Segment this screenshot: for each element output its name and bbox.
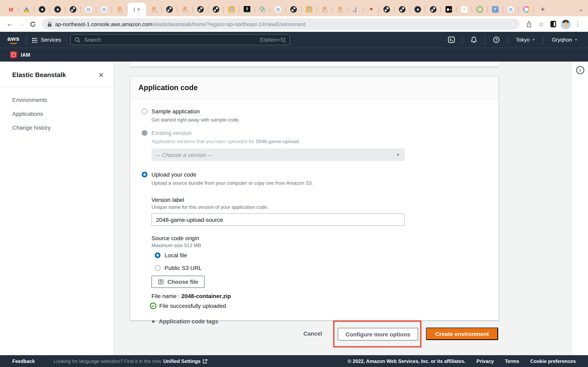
help-button[interactable]: ? [490, 36, 502, 43]
account-menu[interactable]: Gryqhon ▼ [548, 37, 581, 43]
pinned-tab[interactable] [394, 2, 410, 16]
feedback-button[interactable]: Feedback [12, 358, 35, 364]
info-icon[interactable]: i [576, 66, 584, 74]
divider [507, 35, 508, 44]
bell-icon [470, 36, 477, 43]
version-select: -- Choose a version -- ▼ [151, 149, 405, 161]
check-circle-icon: ✓ [150, 303, 156, 309]
choose-file-button[interactable]: Choose file [151, 276, 205, 288]
bookmark-star-button[interactable]: ☆ [535, 18, 547, 30]
pinned-tab[interactable] [193, 2, 208, 16]
active-tab[interactable]: (× [127, 2, 146, 16]
pinned-tab[interactable] [472, 2, 488, 16]
pinned-tab[interactable] [317, 2, 332, 16]
sidebar-item-change-history[interactable]: Change history [0, 121, 114, 134]
pinned-tab[interactable] [208, 2, 224, 16]
pinned-tab[interactable] [224, 2, 239, 16]
share-button[interactable] [523, 18, 535, 30]
pinned-tab[interactable]: G [81, 2, 96, 16]
application-code-tags-toggle[interactable]: ▶ Application code tags [152, 318, 487, 325]
pinned-tab[interactable] [410, 2, 425, 16]
globe-icon [166, 6, 173, 13]
pinned-tab[interactable] [177, 2, 193, 16]
address-bar[interactable]: ap-northeast-1.console.aws.amazon.com/el… [42, 18, 519, 30]
url-text: ap-northeast-1.console.aws.amazon.com/el… [55, 21, 305, 27]
pinned-tab[interactable] [19, 2, 34, 16]
upload-your-code-label: Upload your code [151, 171, 196, 178]
sidebar-title: Elastic Beanstalk [12, 71, 66, 79]
rings-icon [259, 6, 266, 13]
footer-right: © 2022, Amazon Web Services, Inc. or its… [348, 358, 576, 364]
pinned-tab[interactable]: ϒ [488, 2, 503, 16]
new-tab-button[interactable]: + [537, 4, 548, 15]
profile-avatar[interactable] [559, 18, 572, 30]
services-menu-button[interactable]: Services [31, 37, 61, 43]
privacy-link[interactable]: Privacy [476, 358, 494, 364]
pinned-tab[interactable] [255, 2, 270, 16]
terms-link[interactable]: Terms [505, 358, 519, 364]
expand-triangle-icon: ▶ [152, 319, 155, 323]
pinned-tab[interactable] [34, 2, 50, 16]
sample-application-desc: Get started right away with sample code. [151, 117, 487, 124]
sidebar-close-icon[interactable]: ✕ [98, 72, 104, 78]
forward-button[interactable]: → [16, 18, 27, 30]
pinned-tab[interactable] [519, 2, 534, 16]
pinned-tab[interactable] [332, 2, 348, 16]
back-button[interactable]: ← [4, 18, 16, 30]
reload-button[interactable] [27, 18, 38, 30]
cookie-preferences-link[interactable]: Cookie preferences [530, 358, 576, 364]
pinned-tab[interactable]: M [3, 2, 19, 16]
tab-overflow-chevron[interactable]: ⌄ [579, 7, 583, 12]
console-search-input[interactable]: Search [Option+S] [70, 34, 290, 45]
tab-close-icon[interactable]: × [137, 7, 140, 12]
active-tab-title: ( [134, 7, 135, 12]
upload-status-row: ✓ File successfully uploaded [150, 303, 487, 309]
side-panel-icon [550, 21, 556, 27]
side-panel-button[interactable] [547, 18, 559, 30]
browser-menu-button[interactable]: ⋮ [572, 18, 584, 30]
pinned-tab[interactable]: G [96, 2, 112, 16]
application-code-card: Application code Sample application Get … [130, 76, 499, 320]
stackoverflow-icon [182, 6, 188, 13]
globe-icon [213, 6, 219, 13]
pinned-tab[interactable]: 0 [239, 2, 255, 16]
aws-logo[interactable]: aws [7, 36, 20, 44]
region-selector[interactable]: Tokyo ▼ [513, 37, 538, 43]
unified-settings-link[interactable]: Unified Settings [163, 358, 201, 364]
cancel-button[interactable]: Cancel [303, 330, 322, 337]
sidebar-item-environments[interactable]: Environments [0, 93, 114, 107]
favorites-item-iam[interactable]: IAM [21, 52, 30, 58]
card-body: Sample application Get started right awa… [130, 100, 499, 325]
sample-application-radio[interactable] [142, 108, 147, 114]
pinned-tab[interactable]: ✳ [457, 2, 472, 16]
pinned-tab[interactable] [301, 2, 317, 16]
pinned-tab[interactable] [379, 2, 394, 16]
cloudshell-button[interactable] [445, 36, 458, 43]
pinned-tab[interactable] [112, 2, 127, 16]
version-label-input[interactable] [151, 213, 405, 226]
configure-more-options-button[interactable]: Configure more options [338, 328, 418, 341]
upload-your-code-radio[interactable] [142, 172, 147, 177]
svg-text:?: ? [495, 38, 498, 42]
gmail-icon: M [8, 6, 14, 13]
public-s3-option: Public S3 URL [155, 264, 487, 272]
reload-icon [30, 21, 36, 27]
local-file-radio[interactable] [155, 252, 160, 258]
pinned-tab[interactable]: G [270, 2, 286, 16]
notifications-button[interactable] [468, 36, 480, 43]
pinned-tab[interactable] [146, 2, 162, 16]
pinned-tab[interactable] [441, 2, 457, 16]
pinned-tab[interactable]: G [503, 2, 519, 16]
pinned-tab[interactable]: ⚑ [363, 2, 379, 16]
select-caret-icon: ▼ [396, 153, 400, 157]
pinned-tab[interactable] [65, 2, 81, 16]
pinned-tab[interactable] [425, 2, 441, 16]
create-environment-button[interactable]: Create environment [426, 327, 498, 340]
sidebar-item-applications[interactable]: Applications [0, 107, 114, 121]
pinned-tab[interactable]: ʃ [348, 2, 363, 16]
pinned-tab[interactable] [162, 2, 177, 16]
public-s3-radio[interactable] [155, 265, 160, 271]
pinned-tab[interactable] [50, 2, 65, 16]
pinned-tab[interactable] [286, 2, 301, 16]
local-file-label: Local file [164, 252, 187, 259]
